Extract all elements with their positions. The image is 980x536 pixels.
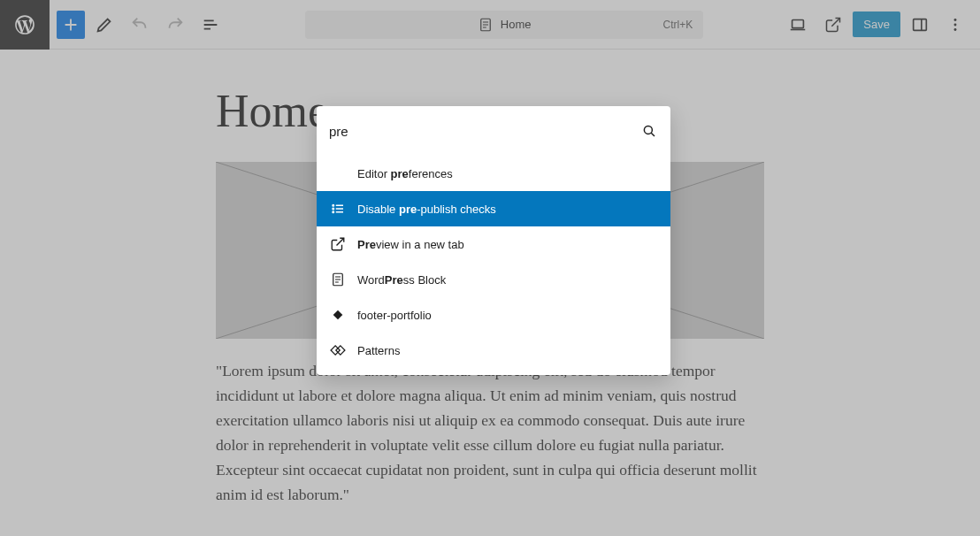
list-icon — [329, 200, 347, 218]
command-palette-input[interactable] — [329, 124, 640, 139]
command-palette-item-label: Preview in a new tab — [357, 238, 464, 251]
command-palette-item-label: footer-portfolio — [357, 309, 432, 322]
command-palette-item[interactable]: WordPress Block — [317, 262, 670, 297]
svg-point-10 — [333, 208, 334, 210]
command-palette-results: Editor preferencesDisable pre-publish ch… — [317, 156, 670, 368]
command-palette-search-row — [317, 106, 670, 156]
command-palette-item-label: Patterns — [357, 344, 400, 357]
diamonds-icon — [329, 341, 347, 359]
svg-point-9 — [333, 205, 334, 207]
command-palette-item-label: Disable pre-publish checks — [357, 203, 496, 216]
svg-point-8 — [644, 126, 652, 134]
command-palette-item[interactable]: Editor preferences — [317, 156, 670, 191]
svg-point-11 — [333, 211, 334, 213]
page-icon — [329, 271, 347, 288]
command-palette-item-label: WordPress Block — [357, 273, 446, 287]
search-icon — [640, 122, 658, 140]
svg-rect-13 — [333, 310, 343, 320]
command-palette: Editor preferencesDisable pre-publish ch… — [317, 106, 670, 375]
command-palette-item[interactable]: Patterns — [317, 333, 670, 368]
diamond-icon — [329, 306, 347, 324]
command-palette-item-label: Editor preferences — [357, 167, 453, 180]
external-icon — [329, 235, 347, 253]
command-palette-item[interactable]: footer-portfolio — [317, 297, 670, 333]
command-palette-item[interactable]: Preview in a new tab — [317, 226, 670, 262]
command-palette-item[interactable]: Disable pre-publish checks — [317, 191, 670, 226]
